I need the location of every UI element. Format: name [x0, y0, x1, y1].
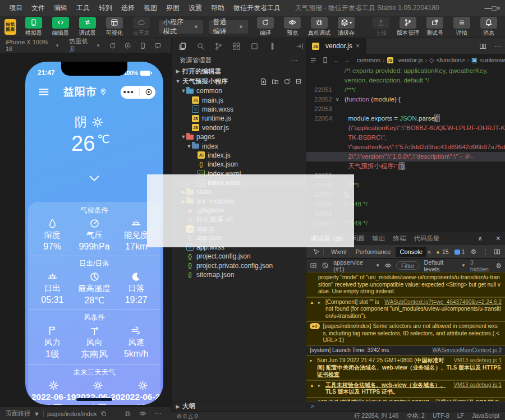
gear-icon[interactable]: ⚙ [470, 248, 476, 256]
source-link[interactable]: VM13 asdebug.js:1 [453, 382, 502, 389]
console-prompt[interactable]: > [306, 401, 505, 411]
bookmark-icon[interactable] [322, 57, 329, 64]
chevron-down-icon[interactable]: ▾ [350, 20, 352, 25]
files-icon[interactable] [178, 42, 187, 50]
toolbar-button-清缓存[interactable]: ▾清缓存 [334, 17, 358, 37]
toolbar-button-预览[interactable]: 预览 [281, 17, 304, 37]
tree-file-main.wxss[interactable]: Smain.wxss [172, 105, 306, 114]
close-icon[interactable]: × [356, 42, 360, 50]
record-icon[interactable] [120, 42, 135, 49]
clear-console-icon[interactable] [322, 262, 329, 269]
toolbar-button-编辑器[interactable]: 编辑器 [49, 17, 72, 37]
debugger-tab-输出[interactable]: 输出 [373, 234, 385, 243]
breadcrumb-item[interactable]: <unknown [480, 57, 505, 63]
menu-item-界面[interactable]: 界面 [162, 4, 184, 12]
menu-item-帮助[interactable]: 帮助 [206, 4, 229, 12]
newfolder-icon[interactable] [272, 78, 279, 85]
source-link[interactable]: WASubContext.js?t=we_46437460&v=2.24.6:2 [384, 299, 502, 306]
inspect-icon[interactable] [310, 248, 324, 255]
mode-select[interactable]: 小程序模式▼ [159, 20, 203, 34]
expander-icon[interactable]: ▸ [318, 299, 323, 320]
tree-file-main.js[interactable]: JSmain.js [172, 95, 306, 104]
menu-item-编辑[interactable]: 编辑 [49, 4, 72, 12]
copy-icon[interactable] [100, 410, 107, 417]
menu-item-设置[interactable]: 设置 [184, 4, 206, 12]
page-path-label[interactable]: 页面路径 [6, 409, 30, 418]
top-frame-icon[interactable] [310, 262, 317, 269]
collapseall-icon[interactable] [295, 78, 302, 85]
more-dots-icon[interactable]: ●●● [123, 89, 134, 95]
more-actions-icon[interactable]: ··· [291, 57, 299, 63]
source-link[interactable]: WAServiceMainContext.js:2 [432, 347, 502, 354]
minimize-target-icon[interactable] [145, 88, 153, 96]
ellipsis-icon[interactable] [150, 410, 166, 417]
toolbar-button-模拟器[interactable]: 模拟器 [22, 17, 45, 37]
console-log-area[interactable]: property "mode" of "uni_modules/uview-ui… [306, 273, 505, 401]
collapse-panel-icon[interactable]: ∧ [478, 234, 482, 242]
tabr-icon[interactable] [296, 42, 304, 50]
log-levels-select[interactable]: Default levels [424, 259, 457, 273]
close-button[interactable]: × [496, 4, 501, 12]
source-link[interactable]: VM13 asdebug.js:1 [453, 357, 502, 364]
capsule-button[interactable]: ●●● [121, 86, 155, 99]
toolbar-button-详情[interactable]: 详情 [450, 17, 474, 37]
menu-item-视图[interactable]: 视图 [139, 4, 162, 12]
console-message-4[interactable]: ▾VM13 asdebug.js:1Sun Jun 19 2022 21:47:… [306, 356, 505, 380]
menu-item-微信开发者工具[interactable]: 微信开发者工具 [229, 4, 285, 12]
expander-icon[interactable]: ▾ [310, 357, 314, 379]
devtools-tab-console[interactable]: Console [396, 247, 426, 257]
bug-icon[interactable] [120, 410, 135, 417]
toolbar-button-可视化[interactable]: 可视化 [103, 17, 126, 37]
popout-icon[interactable] [494, 248, 501, 255]
console-message-0[interactable]: property "mode" of "uni_modules/uview-ui… [306, 273, 505, 297]
listsel-icon[interactable] [310, 57, 317, 64]
console-message-5[interactable]: ▲▸VM13 asdebug.js:1工具未校验合法域名、web-view（业务… [306, 380, 505, 398]
dango-icon[interactable] [268, 42, 277, 50]
breadcrumb-item[interactable]: common [357, 57, 380, 63]
problems-indicator[interactable]: ⊘ 0 △ 0 [177, 413, 198, 419]
status-segment[interactable]: JavaScript [472, 412, 499, 419]
filter-input[interactable]: Filter [396, 261, 419, 270]
tree-folder-index[interactable]: ▼index [172, 141, 306, 150]
breadcrumb-item[interactable]: <function> [436, 57, 465, 63]
toolbar-button-真机调试[interactable]: 真机调试 [307, 17, 331, 37]
project-root-section[interactable]: ▼ 天气预报小程序 [172, 76, 306, 86]
phone-icon[interactable] [135, 42, 150, 49]
minimize-button[interactable]: — [485, 4, 492, 12]
more-actions-icon[interactable]: ··· [490, 38, 505, 54]
devtools-tab-wxml[interactable]: Wxml [327, 247, 351, 257]
menu-item-工具[interactable]: 工具 [72, 4, 94, 12]
search-icon[interactable] [196, 42, 205, 50]
tree-folder-pages[interactable]: ▼pages [172, 132, 306, 141]
tree-file-index.js[interactable]: JSindex.js [172, 151, 306, 160]
tree-file-index.json[interactable]: {}index.json [172, 160, 306, 169]
toolbar-button-版本管理[interactable]: 版本管理 [396, 17, 420, 37]
frame-select[interactable]: appservice (#1) [333, 259, 371, 273]
tab-vendor-js[interactable]: JS vendor.js × [306, 38, 366, 54]
console-message-3[interactable]: WAServiceMainContext.js:2[system] Launch… [306, 346, 505, 356]
kebab-menu-icon[interactable]: ⋮ [482, 248, 488, 256]
console-message-2[interactable]: ▸3[pages/index/index] Some selectors are… [306, 321, 505, 346]
location-pin-icon[interactable] [99, 88, 107, 96]
expander-icon[interactable]: ▸ [318, 382, 323, 396]
tree-file-runtime.js[interactable]: JSruntime.js [172, 114, 306, 123]
toolbar-button-调试器[interactable]: 调试器 [76, 17, 99, 37]
toolbar-button-编译[interactable]: 编译 [254, 17, 277, 37]
status-segment[interactable]: LF [457, 412, 464, 419]
compile-mode-select[interactable]: 普通编译▼ [209, 20, 248, 34]
gear-icon[interactable]: ⚙ [495, 262, 502, 270]
console-message-1[interactable]: ▲▸WASubContext.js?t=we_46437460&v=2.24.6… [306, 297, 505, 322]
devtools-tab-performance[interactable]: Performance [352, 247, 395, 257]
device-select[interactable]: iPhone X 100% 16 [6, 39, 53, 52]
outline-section[interactable]: ▶ 大纲 [172, 401, 306, 411]
fold-chevron-icon[interactable]: ∨ [336, 95, 342, 104]
open-editors-section[interactable]: ▶ 打开的编辑器 [172, 66, 306, 76]
eye-icon[interactable] [384, 262, 392, 269]
grid-icon[interactable] [232, 42, 241, 50]
tree-folder-common[interactable]: ▼common [172, 86, 306, 95]
menu-item-文件[interactable]: 文件 [27, 4, 49, 12]
close-icon[interactable]: × [496, 234, 501, 243]
toolbar-button-云开发[interactable]: 云开发 [130, 17, 153, 37]
chat-icon[interactable] [150, 42, 166, 49]
sq-icon[interactable] [250, 42, 259, 50]
